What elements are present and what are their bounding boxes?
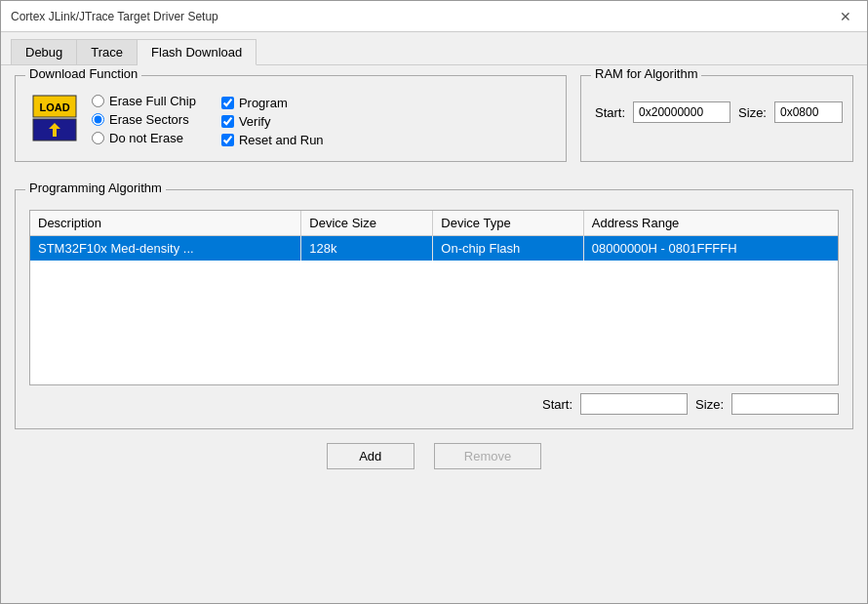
cell-device-size: 128k [301,236,433,262]
download-function-inner: LOAD Erase Full Chip [29,94,552,147]
download-function-title: Download Function [25,66,141,81]
cell-description: STM32F10x Med-density ... [30,236,301,262]
main-window: Cortex JLink/JTrace Target Driver Setup … [0,0,868,604]
ram-start-input[interactable] [633,101,730,123]
prog-start-input[interactable] [580,393,688,415]
col-description: Description [30,211,301,236]
ram-algorithm-group: RAM for Algorithm Start: Size: [580,75,853,162]
verify-label: Verify [239,114,271,129]
radio-erase-full-chip[interactable]: Erase Full Chip [92,94,196,108]
erase-full-chip-label: Erase Full Chip [109,94,196,108]
programming-algorithm-group: Programming Algorithm Description Device… [15,189,853,429]
window-title: Cortex JLink/JTrace Target Driver Setup [11,10,218,23]
ram-algorithm-title: RAM for Algorithm [591,66,701,81]
checkbox-program[interactable]: Program [221,96,324,110]
close-button[interactable]: ✕ [834,7,857,26]
col-address-range: Address Range [583,211,838,236]
checkbox-verify[interactable]: Verify [221,114,324,129]
main-content: Download Function LOAD [1,64,867,603]
tab-debug[interactable]: Debug [11,39,77,65]
ram-start-label: Start: [595,105,625,120]
checkbox-reset-run[interactable]: Reset and Run [221,133,324,147]
prog-footer: Start: Size: [29,393,839,415]
do-not-erase-label: Do not Erase [109,131,183,145]
tab-bar: Debug Trace Flash Download [1,32,867,64]
download-function-group: Download Function LOAD [15,75,567,162]
radio-erase-sectors[interactable]: Erase Sectors [92,112,196,127]
programming-algorithm-title: Programming Algorithm [25,181,166,195]
svg-text:LOAD: LOAD [39,101,69,113]
table-header-row: Description Device Size Device Type Addr… [30,211,838,236]
prog-size-input[interactable] [731,393,839,415]
checkbox-group: Program Verify Reset and Run [221,96,324,147]
load-icon: LOAD [29,94,80,144]
table-row[interactable]: STM32F10x Med-density ... 128k On-chip F… [30,236,838,262]
tab-flash-download[interactable]: Flash Download [138,39,256,65]
top-row: Download Function LOAD [15,75,853,176]
program-label: Program [239,96,288,110]
remove-button[interactable]: Remove [434,443,541,469]
cell-address-range: 08000000H - 0801FFFFH [583,236,838,262]
ram-size-input[interactable] [774,101,843,123]
ram-size-label: Size: [738,105,767,120]
col-device-type: Device Type [433,211,583,236]
prog-size-label: Size: [695,397,724,412]
programming-algorithm-table-wrap[interactable]: Description Device Size Device Type Addr… [29,210,839,385]
tab-trace[interactable]: Trace [77,39,138,65]
col-device-size: Device Size [301,211,433,236]
prog-start-label: Start: [542,397,572,412]
buttons-row: Add Remove [15,443,853,469]
reset-run-label: Reset and Run [239,133,324,147]
add-button[interactable]: Add [327,443,414,469]
radio-group: Erase Full Chip Erase Sectors Do not Era… [92,94,196,145]
cell-device-type: On-chip Flash [433,236,583,262]
erase-sectors-label: Erase Sectors [109,112,189,127]
title-bar: Cortex JLink/JTrace Target Driver Setup … [1,1,867,32]
radio-do-not-erase[interactable]: Do not Erase [92,131,196,145]
ram-inner: Start: Size: [595,101,839,123]
programming-algorithm-table: Description Device Size Device Type Addr… [30,211,838,261]
